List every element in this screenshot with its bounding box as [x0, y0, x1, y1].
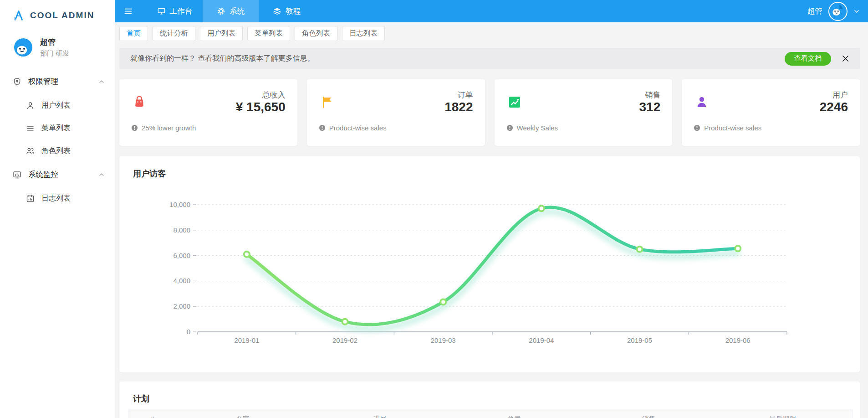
gear-icon — [217, 7, 225, 15]
flag-icon — [319, 94, 335, 110]
navbar-avatar[interactable] — [828, 2, 848, 21]
svg-text:10,000: 10,000 — [169, 201, 190, 208]
page-tab-log-list[interactable]: 日志列表 — [342, 26, 385, 41]
sidebar-menu: 权限管理 用户列表 菜单列表 — [0, 69, 115, 210]
plan-column-name: 名字 — [236, 415, 250, 418]
nav-tab-label: 系统 — [230, 6, 245, 16]
chevron-down-icon — [853, 8, 860, 15]
plan-table-header: # 名字 进展 总量 销售 最后期限 — [128, 409, 853, 418]
stat-value: 312 — [639, 100, 661, 114]
sidebar-item-label: 角色列表 — [41, 146, 71, 156]
page-tab-home[interactable]: 首页 — [119, 26, 148, 41]
monitor-icon — [157, 7, 166, 15]
top-navbar: 工作台 系统 教程 — [115, 0, 868, 22]
sidebar-group-label: 权限管理 — [28, 77, 58, 87]
svg-text:2,000: 2,000 — [173, 302, 190, 310]
logo-icon — [12, 9, 26, 22]
plan-column-sales: 销售 — [642, 415, 655, 418]
nav-tab-label: 工作台 — [170, 6, 193, 16]
svg-text:2019-03: 2019-03 — [431, 336, 456, 344]
stat-footnote: 25% lower growth — [131, 124, 196, 132]
notice-bar: 就像你看到的一样？ 查看我们的高级版本了解更多信息。 查看文档 — [119, 48, 860, 69]
stat-label: 用户 — [832, 90, 848, 100]
main-content: 首页 统计分析 用户列表 菜单列表 角色列表 日志列表 就像你看到的一样？ 查看… — [115, 22, 868, 418]
person-icon — [694, 94, 710, 110]
logo[interactable]: COOL ADMIN — [0, 0, 115, 25]
stat-cards-row: 总收入 ¥ 15,650 25% lower growth 订单 — [119, 79, 860, 146]
chart-title: 用户访客 — [133, 168, 166, 179]
shopping-bag-icon — [131, 94, 148, 110]
sidebar: COOL ADMIN 超管 部门 研发 — [0, 0, 115, 418]
sidebar-item-log-list[interactable]: 日志列表 — [0, 187, 115, 210]
line-chart: 02,0004,0006,0008,00010,0002019-012019-0… — [119, 184, 860, 366]
stat-card-orders: 订单 1822 Product-wise sales — [307, 79, 485, 146]
stat-label: 销售 — [645, 90, 660, 100]
notice-text: 就像你看到的一样？ 查看我们的高级版本了解更多信息。 — [130, 54, 314, 63]
plan-card: 计划 # 名字 进展 总量 销售 最后期限 — [119, 382, 860, 418]
logo-text: COOL ADMIN — [30, 10, 94, 21]
svg-text:2019-01: 2019-01 — [234, 336, 259, 344]
stat-card-users: 用户 2246 Product-wise sales — [682, 79, 860, 146]
stat-value: 1822 — [444, 100, 473, 114]
sidebar-item-label: 用户列表 — [41, 101, 71, 110]
page-tab-menu-list[interactable]: 菜单列表 — [247, 26, 290, 41]
stat-value: 2246 — [820, 100, 848, 114]
hamburger-menu-button[interactable] — [115, 0, 141, 22]
navbar-tabs: 工作台 系统 教程 — [147, 0, 315, 22]
menu-lines-icon — [26, 124, 35, 133]
info-icon — [131, 124, 138, 131]
navbar-user-menu[interactable]: 超管 — [807, 2, 868, 21]
user-department: 部门 研发 — [40, 48, 69, 59]
svg-text:4,000: 4,000 — [173, 277, 190, 284]
sidebar-user[interactable]: 超管 部门 研发 — [0, 25, 115, 58]
layers-icon — [273, 7, 281, 15]
sidebar-item-role-list[interactable]: 角色列表 — [0, 139, 115, 162]
navbar-username: 超管 — [807, 6, 822, 16]
svg-text:8,000: 8,000 — [173, 226, 190, 234]
dashboard-page: COOL ADMIN 超管 部门 研发 — [0, 0, 868, 418]
stat-card-sales: 销售 312 Weekly Sales — [495, 79, 673, 146]
svg-text:2019-06: 2019-06 — [725, 336, 751, 344]
users-icon — [26, 146, 35, 156]
sidebar-item-label: 日志列表 — [41, 194, 71, 203]
info-icon — [694, 124, 700, 131]
nav-tab-workbench[interactable]: 工作台 — [147, 0, 203, 22]
svg-text:0: 0 — [187, 328, 190, 335]
stat-footnote: Product-wise sales — [694, 124, 761, 132]
svg-text:2019-02: 2019-02 — [332, 336, 357, 344]
sidebar-item-user-list[interactable]: 用户列表 — [0, 94, 115, 117]
sidebar-group-label: 系统监控 — [28, 170, 58, 180]
view-docs-button[interactable]: 查看文档 — [785, 52, 831, 66]
stat-footnote: Product-wise sales — [319, 124, 387, 132]
svg-text:6,000: 6,000 — [173, 252, 190, 259]
info-icon — [319, 124, 326, 131]
close-icon[interactable] — [841, 54, 850, 63]
stat-label: 总收入 — [262, 90, 286, 100]
page-tab-statistics[interactable]: 统计分析 — [153, 26, 195, 41]
stat-footnote: Weekly Sales — [506, 124, 558, 132]
monitor-chart-icon — [12, 170, 22, 180]
page-tabs-bar: 首页 统计分析 用户列表 菜单列表 角色列表 日志列表 — [119, 26, 860, 41]
plan-column-total: 总量 — [507, 415, 521, 418]
nav-tab-label: 教程 — [286, 6, 301, 16]
shield-icon — [12, 77, 22, 87]
sidebar-group-monitoring[interactable]: 系统监控 — [0, 162, 115, 187]
svg-text:2019-05: 2019-05 — [627, 336, 652, 344]
sidebar-item-label: 菜单列表 — [41, 124, 71, 133]
nav-tab-tutorial[interactable]: 教程 — [259, 0, 315, 22]
stat-value: ¥ 15,650 — [236, 100, 286, 114]
svg-text:2019-04: 2019-04 — [529, 336, 554, 344]
user-avatar — [13, 37, 34, 58]
page-tab-user-list[interactable]: 用户列表 — [200, 26, 243, 41]
page-tab-role-list[interactable]: 角色列表 — [295, 26, 337, 41]
nav-tab-system[interactable]: 系统 — [203, 0, 259, 22]
stat-label: 订单 — [458, 90, 473, 100]
visitors-chart-card: 用户访客 02,0004,0006,0008,00010,0002019-012… — [119, 156, 860, 372]
stat-card-revenue: 总收入 ¥ 15,650 25% lower growth — [119, 79, 297, 146]
chevron-up-icon — [98, 171, 105, 178]
sidebar-item-menu-list[interactable]: 菜单列表 — [0, 117, 115, 139]
sidebar-group-permissions[interactable]: 权限管理 — [0, 69, 115, 94]
calendar-icon — [26, 194, 35, 203]
plan-column-progress: 进展 — [373, 415, 386, 418]
plan-title: 计划 — [133, 393, 149, 404]
